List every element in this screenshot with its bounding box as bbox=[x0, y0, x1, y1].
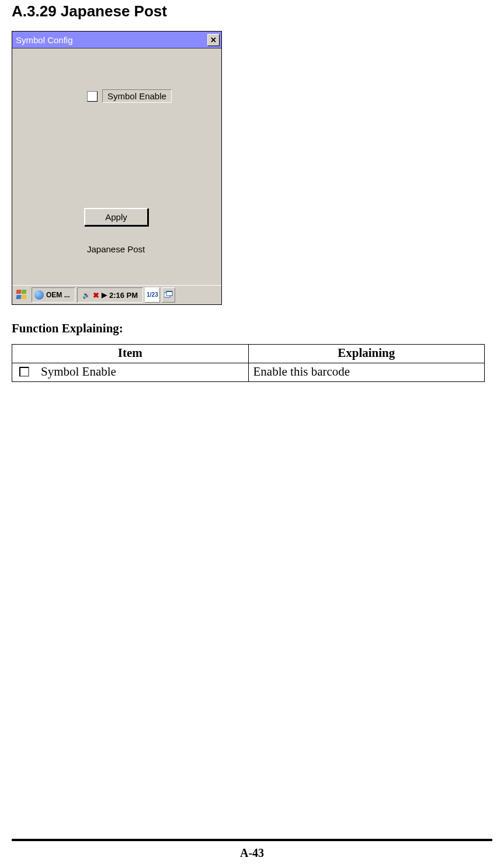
ime-indicator[interactable]: 1/23 bbox=[145, 287, 160, 303]
globe-icon bbox=[34, 290, 44, 300]
tray-indicator-icon: ▶ bbox=[102, 291, 107, 299]
checkbox-icon bbox=[19, 367, 29, 377]
cascade-windows-icon bbox=[164, 291, 173, 299]
footer-rule bbox=[12, 839, 492, 841]
explaining-table: Item Explaining Symbol Enable Enable thi… bbox=[12, 344, 485, 382]
page-number: A-43 bbox=[0, 846, 504, 860]
volume-icon: 🔊 bbox=[82, 291, 91, 299]
cell-explaining: Enable this barcode bbox=[248, 363, 485, 382]
network-disconnected-icon: ✖ bbox=[93, 291, 99, 300]
taskbar: OEM ... 🔊 ✖ ▶ 2:16 PM 1/23 bbox=[12, 285, 221, 304]
ime-label: 1/23 bbox=[147, 292, 158, 298]
table-header-row: Item Explaining bbox=[12, 345, 485, 363]
titlebar: Symbol Config ✕ bbox=[12, 32, 221, 48]
close-button[interactable]: ✕ bbox=[207, 34, 220, 46]
function-explaining-heading: Function Explaining: bbox=[12, 321, 492, 336]
header-item: Item bbox=[12, 345, 249, 363]
client-area: Symbol Enable Apply Japanese Post bbox=[12, 48, 221, 285]
taskbar-app-oem[interactable]: OEM ... bbox=[32, 287, 75, 303]
close-icon: ✕ bbox=[210, 36, 217, 44]
cell-item: Symbol Enable bbox=[12, 363, 249, 382]
windows-flag-icon bbox=[16, 289, 27, 301]
section-heading: A.3.29 Japanese Post bbox=[12, 2, 492, 20]
table-row: Symbol Enable Enable this barcode bbox=[12, 363, 485, 382]
show-desktop-button[interactable] bbox=[162, 287, 175, 303]
start-button[interactable] bbox=[13, 287, 30, 303]
symbol-enable-checkbox[interactable] bbox=[87, 91, 98, 102]
symbol-enable-row: Symbol Enable bbox=[87, 89, 172, 103]
clock: 2:16 PM bbox=[109, 291, 138, 300]
taskbar-app-label: OEM ... bbox=[46, 291, 70, 299]
tab-label: Japanese Post bbox=[87, 244, 145, 254]
symbol-enable-label: Symbol Enable bbox=[102, 89, 172, 103]
svg-rect-2 bbox=[166, 291, 172, 292]
screenshot-window: Symbol Config ✕ Symbol Enable Apply Japa… bbox=[12, 31, 222, 305]
apply-button[interactable]: Apply bbox=[84, 208, 148, 226]
cell-item-text: Symbol Enable bbox=[41, 364, 116, 379]
header-explaining: Explaining bbox=[248, 345, 485, 363]
system-tray[interactable]: 🔊 ✖ ▶ 2:16 PM bbox=[77, 287, 143, 303]
window-title: Symbol Config bbox=[16, 35, 73, 45]
